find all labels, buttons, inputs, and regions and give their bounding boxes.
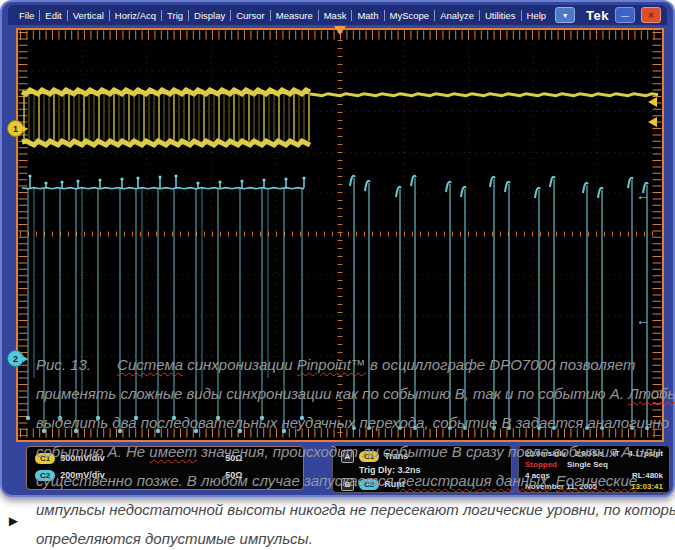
waveform-display bbox=[16, 28, 664, 442]
channel2-scale: 200mV/div bbox=[60, 470, 156, 480]
acquisition-status: Stopped bbox=[525, 460, 557, 469]
oscilloscope-window: File Edit Vertical Horiz/Acq Trig Displa… bbox=[0, 0, 675, 497]
time-readout: 13:03:41 bbox=[631, 482, 663, 491]
menu-item-edit[interactable]: Edit bbox=[39, 10, 66, 21]
minimize-icon: — bbox=[621, 11, 629, 20]
channel2-badge: C2 bbox=[35, 470, 55, 481]
caption-line-7: определяются допустимые импульсы. bbox=[36, 530, 313, 547]
menu-item-cursor[interactable]: Cursor bbox=[230, 10, 270, 21]
resolution-value: 4.17ps/pt bbox=[628, 449, 663, 458]
caption-line-6: импульсы недостаточной высоты никогда не… bbox=[36, 501, 675, 518]
sample-rate-value: 2.0GS/s bbox=[575, 449, 604, 458]
menu-item-utilities[interactable]: Utilities bbox=[479, 10, 521, 21]
trigger-delay: Trig Dly: 3.2ns bbox=[359, 465, 421, 475]
acquisition-readout-panel[interactable]: 20.0ms/div 2.0GS/s IT 4.17ps/pt Stopped … bbox=[518, 445, 670, 493]
channel1-termination: 50Ω bbox=[225, 453, 242, 463]
trigger-a-badge: A bbox=[341, 450, 354, 463]
vertical-readout-panel[interactable]: C1 500mV/div 50Ω C2 200mV/div 50Ω bbox=[26, 446, 304, 490]
menu-item-measure[interactable]: Measure bbox=[270, 10, 318, 21]
record-length: RL:480k bbox=[632, 471, 663, 480]
trigger-a-type: Trans bbox=[384, 451, 408, 461]
menu-item-trig[interactable]: Trig bbox=[161, 10, 188, 21]
menu-item-analyze[interactable]: Analyze bbox=[434, 10, 479, 21]
trigger-b-badge: B bbox=[341, 478, 354, 491]
trigger-level-b-high-arrow[interactable]: ← bbox=[636, 190, 650, 200]
trigger-readout-panel[interactable]: A C1 Trans Trig Dly: 3.2ns B C2 Runt bbox=[332, 445, 512, 493]
sampling-mode: IT bbox=[613, 449, 620, 458]
trigger-position-marker[interactable] bbox=[334, 26, 346, 35]
menu-item-horiz-acq[interactable]: Horiz/Acq bbox=[109, 10, 161, 21]
minimize-button[interactable]: — bbox=[615, 7, 635, 23]
waveform-canvas bbox=[18, 30, 662, 440]
trigger-level-a-low-arrow[interactable] bbox=[648, 117, 657, 127]
channel2-marker[interactable]: 2 bbox=[7, 350, 24, 367]
trigger-level-b-low-arrow[interactable]: ← bbox=[636, 315, 650, 325]
menu-item-vertical[interactable]: Vertical bbox=[67, 10, 109, 21]
run-mode: Single Seq bbox=[567, 460, 608, 469]
menu-item-help[interactable]: Help bbox=[521, 10, 552, 21]
menu-item-math[interactable]: Math bbox=[351, 10, 383, 21]
list-bullet-icon: ► bbox=[6, 512, 21, 529]
menu-item-myscope[interactable]: MyScope bbox=[384, 10, 435, 21]
channel1-badge: C1 bbox=[35, 453, 55, 464]
channel2-termination: 50Ω bbox=[225, 470, 242, 480]
trigger-level-a-high-arrow[interactable] bbox=[648, 97, 657, 107]
channel1-scale: 500mV/div bbox=[60, 453, 156, 463]
timebase-value: 20.0ms/div bbox=[525, 449, 566, 458]
channel1-marker[interactable]: 1 bbox=[7, 120, 24, 137]
close-icon: ✕ bbox=[648, 11, 655, 20]
menu-bar: File Edit Vertical Horiz/Acq Trig Displa… bbox=[8, 5, 667, 25]
document-page: File Edit Vertical Horiz/Acq Trig Displa… bbox=[0, 0, 675, 550]
chevron-down-icon: ▼ bbox=[562, 12, 569, 19]
acquisition-count: 4 acqs bbox=[525, 471, 550, 480]
trigger-b-type: Runt bbox=[384, 479, 405, 489]
close-button[interactable]: ✕ bbox=[641, 7, 661, 23]
tek-logo: Tek bbox=[586, 8, 609, 23]
menu-item-file[interactable]: File bbox=[14, 10, 39, 21]
menu-overflow-button[interactable]: ▼ bbox=[555, 7, 575, 23]
menu-item-mask[interactable]: Mask bbox=[318, 10, 352, 21]
menu-item-display[interactable]: Display bbox=[188, 10, 230, 21]
trigger-a-source: C1 bbox=[359, 451, 379, 462]
date-readout: November 11, 2005 bbox=[525, 482, 597, 491]
trigger-b-source: C2 bbox=[359, 479, 379, 490]
